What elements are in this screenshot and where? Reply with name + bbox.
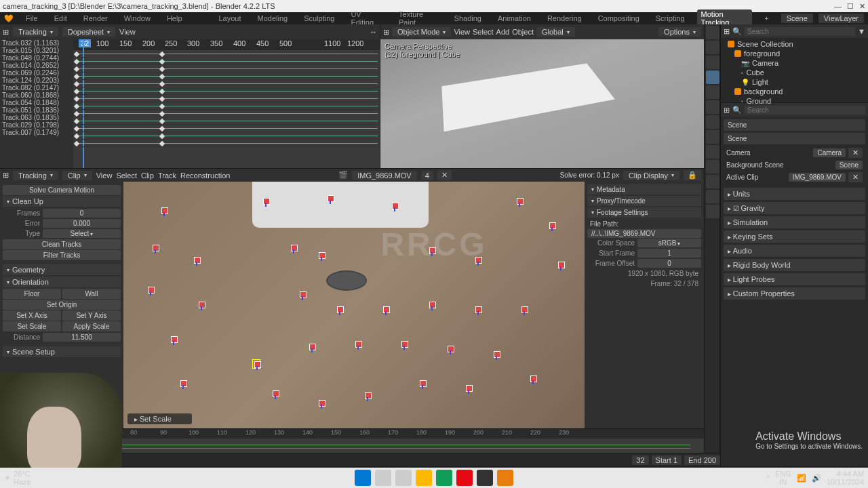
track-marker[interactable] bbox=[354, 340, 362, 349]
frames-input[interactable]: 0 bbox=[43, 209, 121, 218]
weather-icon[interactable]: ☀ bbox=[4, 474, 11, 483]
ws-layout[interactable]: Layout bbox=[214, 14, 245, 23]
floor-button[interactable]: Floor bbox=[3, 289, 61, 299]
track-marker[interactable] bbox=[557, 260, 565, 270]
scene-panel-header[interactable]: Scene bbox=[724, 133, 865, 144]
track-marker[interactable] bbox=[548, 221, 556, 230]
ws-sculpting[interactable]: Sculpting bbox=[300, 14, 338, 23]
outliner-search[interactable] bbox=[745, 27, 855, 36]
track-row[interactable]: Track.054 (0.1848) bbox=[0, 99, 73, 106]
track-row[interactable]: Track.048 (0.2744) bbox=[0, 54, 73, 62]
scene-breadcrumb[interactable]: Scene bbox=[724, 119, 865, 131]
physics-tab-icon[interactable] bbox=[706, 145, 719, 159]
track-marker[interactable] bbox=[197, 300, 205, 310]
task-view-icon[interactable] bbox=[395, 470, 412, 486]
track-marker[interactable] bbox=[151, 243, 159, 253]
cleanup-panel-header[interactable]: Clean Up bbox=[3, 196, 121, 207]
track-marker[interactable] bbox=[391, 201, 399, 211]
netflix-icon[interactable] bbox=[456, 470, 473, 486]
viewlayer-selector[interactable]: ViewLayer bbox=[818, 14, 864, 23]
ws-add[interactable]: + bbox=[760, 14, 772, 23]
distance-input[interactable]: 11.500 bbox=[43, 333, 121, 342]
data-tab-icon[interactable] bbox=[706, 175, 719, 188]
filter-icon[interactable]: ▼ bbox=[858, 27, 865, 35]
selected-track-marker[interactable] bbox=[252, 359, 260, 369]
set-origin-button[interactable]: Set Origin bbox=[3, 300, 121, 310]
dopesheet-submode[interactable]: Dopesheet bbox=[62, 27, 115, 37]
vp-add-menu[interactable]: Add bbox=[496, 28, 510, 36]
track-row[interactable]: Track.060 (0.1868) bbox=[0, 92, 73, 99]
object-mode-selector[interactable]: Object Mode bbox=[392, 27, 451, 37]
scene-tab-icon[interactable] bbox=[706, 70, 719, 84]
dopesheet-editor-icon[interactable]: ⊞ bbox=[3, 28, 9, 37]
outliner[interactable]: Scene Collection foreground 📷 Camera ▫ C… bbox=[721, 38, 868, 103]
props-search[interactable] bbox=[745, 106, 865, 115]
collection-row[interactable]: background bbox=[722, 87, 867, 96]
track-marker[interactable] bbox=[290, 243, 298, 253]
dopesheet-timeline[interactable]: 32 100 150 200 250 300 350 400 450 500 1… bbox=[73, 39, 380, 168]
unlink-icon[interactable]: ✕ bbox=[848, 148, 863, 158]
maximize-button[interactable]: ☐ bbox=[847, 2, 854, 11]
audio-panel[interactable]: ▸ Audio bbox=[724, 245, 865, 257]
solve-camera-button[interactable]: Solve Camera Motion bbox=[3, 185, 121, 195]
track-marker[interactable] bbox=[193, 256, 201, 265]
track-row[interactable]: Track.069 (0.2246) bbox=[0, 69, 73, 77]
clean-tracks-button[interactable]: Clean Tracks bbox=[3, 239, 121, 249]
texture-tab-icon[interactable] bbox=[706, 205, 719, 218]
modifier-tab-icon[interactable] bbox=[706, 115, 719, 129]
object-row[interactable]: 💡 Light bbox=[722, 77, 867, 87]
track-marker[interactable] bbox=[262, 197, 270, 206]
ws-compositing[interactable]: Compositing bbox=[594, 14, 644, 23]
track-marker[interactable] bbox=[474, 305, 482, 314]
track-marker[interactable] bbox=[336, 305, 344, 314]
object-row[interactable]: ▫ Cube bbox=[722, 68, 867, 77]
ws-rendering[interactable]: Rendering bbox=[543, 14, 586, 23]
ws-scripting[interactable]: Scripting bbox=[652, 14, 689, 23]
error-input[interactable]: 0.000 bbox=[43, 219, 121, 228]
start-frame-input[interactable]: Start 1 bbox=[652, 455, 682, 465]
vp-object-menu[interactable]: Object bbox=[512, 28, 534, 36]
track-row[interactable]: Track.063 (0.1835) bbox=[0, 114, 73, 121]
clip-view-menu[interactable]: View bbox=[96, 171, 113, 180]
track-row[interactable]: Track.124 (0.2203) bbox=[0, 77, 73, 84]
filter-tracks-button[interactable]: Filter Tracks bbox=[3, 250, 121, 260]
type-select[interactable]: Select bbox=[43, 229, 121, 238]
search-button[interactable] bbox=[375, 470, 391, 486]
blender-icon[interactable]: 🧡 bbox=[4, 14, 14, 23]
viewport-editor-icon[interactable]: ⊞ bbox=[383, 28, 389, 37]
scene-collection-row[interactable]: Scene Collection bbox=[722, 39, 867, 49]
track-marker[interactable] bbox=[160, 206, 168, 216]
constraint-tab-icon[interactable] bbox=[706, 160, 719, 174]
set-scale-button[interactable]: Set Scale bbox=[3, 321, 61, 331]
ws-shading[interactable]: Shading bbox=[450, 14, 486, 23]
chrome-icon[interactable] bbox=[436, 470, 452, 486]
object-tab-icon[interactable] bbox=[706, 100, 719, 114]
camera-select[interactable]: Camera bbox=[813, 148, 846, 157]
track-marker[interactable] bbox=[418, 379, 427, 388]
object-row[interactable]: 📷 Camera bbox=[722, 58, 867, 68]
set-y-button[interactable]: Set Y Axis bbox=[62, 310, 121, 321]
track-row[interactable]: Track.007 (0.1749) bbox=[0, 129, 73, 136]
filepath-input[interactable]: //..\..\IMG_9869.MOV bbox=[587, 229, 701, 238]
blender-taskbar-icon[interactable] bbox=[497, 470, 513, 486]
track-marker[interactable] bbox=[146, 285, 155, 295]
clip-viewport[interactable]: ▸ Set Scale bbox=[123, 182, 585, 428]
clip-select-menu[interactable]: Select bbox=[116, 171, 137, 180]
clip-users[interactable]: 4 bbox=[421, 171, 433, 180]
frame-offset-input[interactable]: 0 bbox=[637, 259, 701, 268]
track-marker[interactable] bbox=[529, 374, 537, 384]
vp-view-menu[interactable]: View bbox=[454, 28, 470, 36]
track-marker[interactable] bbox=[446, 344, 454, 354]
track-marker[interactable] bbox=[465, 384, 473, 393]
vp-select-menu[interactable]: Select bbox=[473, 28, 494, 36]
tray-chevron-icon[interactable]: ^ bbox=[766, 474, 770, 482]
clip-display-dropdown[interactable]: Clip Display bbox=[623, 171, 679, 180]
unlink-icon[interactable]: ✕ bbox=[848, 172, 863, 182]
redo-panel[interactable]: ▸ Set Scale bbox=[127, 413, 192, 424]
clip-clip-menu[interactable]: Clip bbox=[141, 171, 154, 180]
apply-scale-button[interactable]: Apply Scale bbox=[62, 321, 121, 331]
ws-modeling[interactable]: Modeling bbox=[254, 14, 292, 23]
clip-tracking-mode[interactable]: Tracking bbox=[13, 171, 58, 180]
track-row[interactable]: Track.015 (0.3201) bbox=[0, 47, 73, 54]
start-frame-input[interactable]: 1 bbox=[637, 249, 701, 258]
